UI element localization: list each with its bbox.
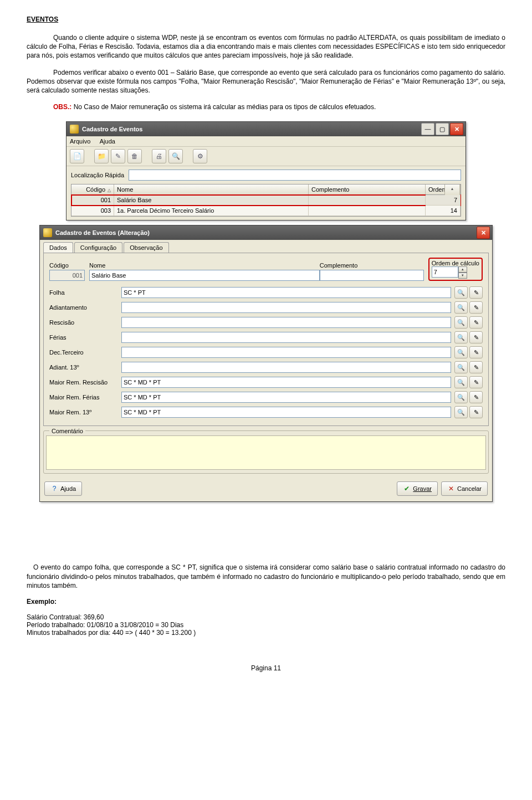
formula-view-icon[interactable]: 🔍	[454, 346, 468, 358]
formula-input[interactable]	[121, 287, 451, 298]
col-codigo[interactable]: Código△	[71, 184, 114, 195]
formula-edit-icon[interactable]: ✎	[469, 331, 483, 343]
formula-row: Maior Rem. Rescisão🔍✎	[49, 376, 483, 388]
cancel-icon: ✕	[447, 485, 455, 493]
formula-edit-icon[interactable]: ✎	[469, 301, 483, 314]
formula-label: Maior Rem. Férias	[49, 394, 121, 401]
tab-configuracao[interactable]: Configuração	[74, 242, 122, 253]
spin-down-icon[interactable]: ▾	[458, 273, 467, 279]
scroll-up-icon[interactable]: ▴	[444, 184, 460, 196]
menubar: Arquivo Ajuda	[66, 136, 466, 147]
close-button[interactable]: ✕	[477, 227, 490, 239]
window-title: Cadastro de Eventos (Alteração)	[55, 229, 150, 236]
formula-label: Folha	[49, 289, 121, 296]
titlebar[interactable]: Cadastro de Eventos — ▢ ✕	[66, 122, 466, 136]
formula-input[interactable]	[121, 377, 451, 388]
formula-view-icon[interactable]: 🔍	[454, 391, 468, 403]
paragraph-1: Quando o cliente adquire o sistema WDP, …	[27, 33, 505, 60]
formula-edit-icon[interactable]: ✎	[469, 376, 483, 388]
formula-row: Folha🔍✎	[49, 286, 483, 299]
input-nome[interactable]	[89, 270, 320, 281]
formula-input[interactable]	[121, 332, 451, 343]
input-ordem[interactable]	[432, 266, 458, 278]
formula-view-icon[interactable]: 🔍	[454, 316, 468, 329]
sort-asc-icon: △	[108, 188, 111, 193]
toolbar-search-icon[interactable]: 🔍	[168, 149, 183, 163]
formula-edit-icon[interactable]: ✎	[469, 361, 483, 373]
formula-view-icon[interactable]: 🔍	[454, 301, 468, 314]
formula-input[interactable]	[121, 392, 451, 403]
formula-view-icon[interactable]: 🔍	[454, 406, 468, 418]
tab-dados[interactable]: Dados	[43, 242, 73, 253]
toolbar: 📄 📁 ✎ 🗑 🖨 🔍 ⚙	[66, 147, 466, 166]
formula-edit-icon[interactable]: ✎	[469, 286, 483, 299]
titlebar[interactable]: Cadastro de Eventos (Alteração) ✕	[40, 225, 492, 240]
cancelar-button[interactable]: ✕ Cancelar	[441, 481, 488, 496]
cancelar-label: Cancelar	[457, 485, 482, 492]
toolbar-config-icon[interactable]: ⚙	[193, 149, 207, 163]
cell-nome: Salário Base	[114, 195, 309, 206]
formula-input[interactable]	[121, 407, 451, 418]
formula-view-icon[interactable]: 🔍	[454, 286, 468, 299]
window-title: Cadastro de Eventos	[82, 126, 142, 132]
toolbar-new-icon[interactable]: 📄	[70, 149, 84, 163]
tab-observacao[interactable]: Observação	[124, 242, 168, 253]
exemplo-line-2: Período trabalhado: 01/08/10 a 31/08/201…	[27, 621, 505, 629]
app-icon	[43, 228, 52, 237]
formula-view-icon[interactable]: 🔍	[454, 331, 468, 343]
help-icon: ?	[50, 485, 58, 493]
cell-codigo: 001	[71, 195, 114, 206]
label-nome: Nome	[89, 262, 315, 269]
formula-row: Maior Rem. Férias🔍✎	[49, 391, 483, 403]
app-icon	[70, 125, 79, 134]
toolbar-edit-icon[interactable]: ✎	[111, 149, 125, 163]
formula-edit-icon[interactable]: ✎	[469, 391, 483, 403]
col-ordem[interactable]: Ordem▴	[426, 184, 461, 195]
formula-view-icon[interactable]: 🔍	[454, 361, 468, 373]
menu-arquivo[interactable]: Arquivo	[70, 138, 90, 145]
toolbar-open-icon[interactable]: 📁	[94, 149, 109, 163]
col-nome[interactable]: Nome	[114, 184, 309, 195]
textarea-comentario[interactable]	[46, 435, 486, 470]
toolbar-delete-icon[interactable]: 🗑	[127, 149, 142, 163]
minimize-button[interactable]: —	[421, 123, 434, 135]
grid-row[interactable]: 003 1a. Parcela Décimo Terceiro Salário …	[71, 206, 461, 216]
label-ordem: Ordem de cálculo	[432, 260, 479, 266]
maximize-button[interactable]: ▢	[436, 123, 449, 135]
cell-codigo: 003	[71, 206, 114, 216]
gravar-button[interactable]: ✔ Gravar	[397, 481, 438, 496]
cell-complemento	[309, 206, 426, 216]
formula-label: Rescisão	[49, 319, 121, 326]
formula-edit-icon[interactable]: ✎	[469, 406, 483, 418]
formula-label: Férias	[49, 334, 121, 341]
formula-input[interactable]	[121, 317, 451, 328]
input-complemento[interactable]	[320, 270, 424, 281]
label-complemento: Complemento	[320, 262, 424, 269]
formula-edit-icon[interactable]: ✎	[469, 316, 483, 329]
formula-view-icon[interactable]: 🔍	[454, 376, 468, 388]
formula-row: Adiantamento🔍✎	[49, 301, 483, 314]
spin-up-icon[interactable]: ▴	[458, 266, 467, 273]
ajuda-button[interactable]: ? Ajuda	[44, 481, 82, 496]
exemplo-line-3: Minutos trabalhados por dia: 440 => ( 44…	[27, 629, 505, 637]
page-heading: EVENTOS	[27, 16, 505, 23]
formula-label: Adiant. 13º	[49, 364, 121, 371]
formula-input[interactable]	[121, 362, 451, 373]
formula-edit-icon[interactable]: ✎	[469, 346, 483, 358]
formula-row: Férias🔍✎	[49, 331, 483, 343]
formula-input[interactable]	[121, 302, 451, 313]
cell-ordem: 14	[426, 206, 461, 216]
paragraph-obs: OBS.: No Caso de Maior remuneração os si…	[27, 102, 505, 111]
formula-label: Dec.Terceiro	[49, 349, 121, 356]
formula-input[interactable]	[121, 347, 451, 358]
cell-nome: 1a. Parcela Décimo Terceiro Salário	[114, 206, 309, 216]
quick-search-input[interactable]	[129, 170, 461, 181]
formula-row: Dec.Terceiro🔍✎	[49, 346, 483, 358]
toolbar-print-icon[interactable]: 🖨	[152, 149, 166, 163]
grid-header: Código△ Nome Complemento Ordem▴	[71, 184, 461, 195]
menu-ajuda[interactable]: Ajuda	[100, 138, 115, 145]
close-button[interactable]: ✕	[450, 123, 463, 135]
window-cadastro-eventos-alteracao: Cadastro de Eventos (Alteração) ✕ Dados …	[39, 225, 493, 502]
grid-row-selected[interactable]: 001 Salário Base 7	[71, 195, 461, 206]
col-complemento[interactable]: Complemento	[309, 184, 426, 195]
